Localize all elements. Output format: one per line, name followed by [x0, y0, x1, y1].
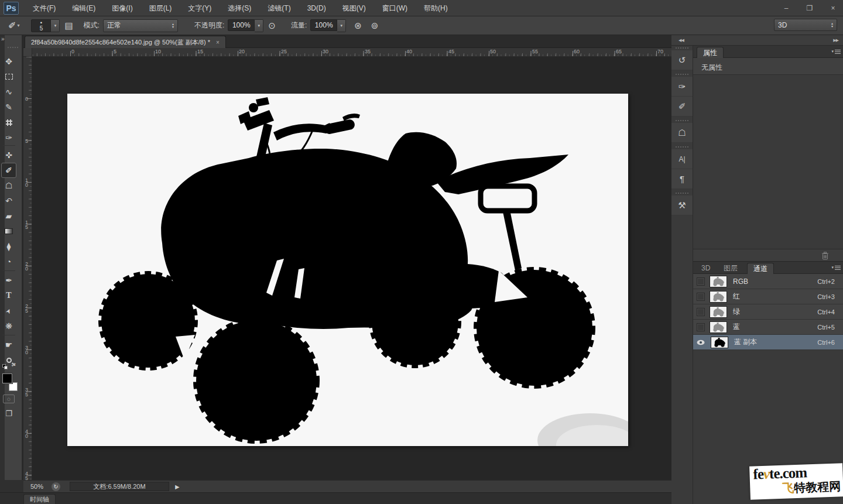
menu-select[interactable]: 选择(S)	[220, 0, 259, 16]
timeline-tab[interactable]: 时间轴	[23, 494, 56, 504]
menu-file[interactable]: 文件(F)	[25, 0, 64, 16]
flow-dropdown-button[interactable]: ▾	[337, 19, 346, 32]
clone-source-panel-button[interactable]: ☖	[671, 123, 693, 143]
expand-dock-icon[interactable]: ▶▶	[833, 38, 838, 43]
crop-tool[interactable]	[1, 115, 16, 130]
marquee-icon	[5, 74, 13, 80]
toolbar-collapse-button[interactable]: »	[1, 36, 9, 43]
screen-mode-button[interactable]: ❐	[3, 409, 15, 418]
menu-view[interactable]: 视图(V)	[334, 0, 374, 16]
right-dock: ◀◀ ▶▶ ↺ ✑ ✐ ☖ A| ¶ ⚒ 属性 ▾	[671, 35, 843, 504]
opacity-dropdown-button[interactable]: ▾	[255, 19, 263, 32]
background-color-swatch[interactable]	[9, 382, 18, 391]
toolbar-grip[interactable]	[8, 47, 18, 48]
tab-layers[interactable]: 图层	[718, 263, 743, 274]
visibility-eye-icon[interactable]	[695, 338, 706, 347]
status-bar: 50% ↻ 文档:6.59M/8.20M ▶	[23, 480, 671, 492]
channel-row-green[interactable]: 绿 Ctrl+4	[693, 304, 843, 320]
type-tool[interactable]: T	[1, 288, 16, 303]
pen-pressure-opacity-icon[interactable]: ⊙	[268, 20, 276, 31]
crop-icon	[6, 119, 12, 126]
brush-tool-preset-button[interactable]: ✐ ▾	[0, 20, 23, 31]
collapse-dock-icon[interactable]: ◀◀	[678, 38, 684, 43]
pen-tool[interactable]: ✒	[1, 273, 16, 288]
hand-tool[interactable]: ☛	[1, 337, 16, 352]
tab-properties[interactable]: 属性	[697, 47, 724, 58]
swap-colors-icon[interactable]: ⇄	[11, 362, 16, 368]
gradient-tool[interactable]	[1, 224, 16, 239]
menu-help[interactable]: 帮助(H)	[416, 0, 456, 16]
channel-row-rgb[interactable]: RGB Ctrl+2	[693, 274, 843, 289]
vertical-ruler[interactable]: 0 5 10 15 20 25 30 35 40 45	[23, 57, 32, 480]
sync-icon[interactable]: ↻	[52, 482, 60, 491]
toggle-brush-panel-button[interactable]: ▤	[64, 20, 73, 31]
path-selection-tool[interactable]: ➤	[1, 303, 16, 318]
channel-row-red[interactable]: 红 Ctrl+3	[693, 289, 843, 304]
minimize-button[interactable]: –	[781, 4, 791, 12]
menu-window[interactable]: 窗口(W)	[374, 0, 416, 16]
status-arrow-icon[interactable]: ▶	[175, 484, 180, 490]
visibility-checkbox[interactable]	[697, 293, 705, 301]
menu-3d[interactable]: 3D(D)	[299, 0, 334, 16]
custom-shape-tool[interactable]: ❋	[1, 318, 16, 334]
ruler-corner[interactable]	[23, 48, 32, 57]
character-panel-button[interactable]: A|	[671, 149, 693, 169]
channel-row-blue[interactable]: 蓝 Ctrl+5	[693, 320, 843, 335]
eraser-tool[interactable]: ▰	[1, 208, 16, 224]
paragraph-panel-button[interactable]: ¶	[671, 169, 693, 189]
trash-icon[interactable]	[821, 252, 829, 260]
menu-filter[interactable]: 滤镜(T)	[259, 0, 299, 16]
clone-stamp-tool[interactable]: ☖	[1, 178, 16, 193]
history-brush-tool[interactable]: ↶	[1, 193, 16, 208]
watermark-accent-char: 飞	[782, 481, 794, 495]
airbrush-icon[interactable]: ⊛	[354, 20, 362, 31]
menu-type[interactable]: 文字(Y)	[180, 0, 220, 16]
brush-presets-panel-button[interactable]: ✑	[671, 77, 693, 97]
close-tab-icon[interactable]: ×	[216, 39, 220, 46]
tab-channels[interactable]: 通道	[747, 263, 774, 274]
blend-mode-select[interactable]: 正常 ▴▾	[103, 19, 178, 32]
zoom-level-field[interactable]: 50%	[30, 483, 52, 490]
close-button[interactable]: ×	[828, 4, 838, 12]
channels-panel-menu-button[interactable]: ▾	[831, 265, 841, 270]
horizontal-ruler[interactable]: 0 5 10 15 20 25 30 35 40 45 50 55 60 65 …	[32, 48, 671, 57]
tool-presets-panel-button[interactable]: ⚒	[671, 196, 693, 215]
move-tool[interactable]: ✥	[1, 54, 16, 69]
visibility-checkbox[interactable]	[697, 323, 705, 331]
properties-panel-menu-button[interactable]: ▾	[831, 49, 841, 54]
channel-row-blue-copy[interactable]: 蓝 副本 Ctrl+6	[693, 335, 843, 350]
brush-size-dropdown-button[interactable]: ▾	[51, 19, 60, 32]
canvas[interactable]	[67, 94, 628, 446]
lasso-tool[interactable]: ∿	[1, 84, 16, 100]
eyedropper-tool[interactable]: ✑	[1, 130, 16, 145]
brush-size-widget[interactable]: • 5 ▾	[31, 19, 60, 32]
document-size-field[interactable]: 文档:6.59M/8.20M	[70, 482, 169, 491]
foreground-color-swatch[interactable]	[2, 373, 12, 383]
blur-tool[interactable]: ⧫	[1, 239, 16, 254]
properties-panel: 无属性	[693, 58, 843, 249]
pasteboard[interactable]	[32, 57, 671, 480]
spot-healing-brush-tool[interactable]: ✜	[1, 148, 16, 163]
visibility-checkbox[interactable]	[697, 308, 705, 316]
menu-edit[interactable]: 编辑(E)	[64, 0, 104, 16]
dock-header[interactable]: ◀◀ ▶▶	[671, 35, 843, 46]
dodge-tool[interactable]: ◔	[1, 254, 16, 269]
restore-button[interactable]: ❐	[804, 4, 815, 12]
channel-thumbnail	[710, 291, 727, 303]
menu-image[interactable]: 图像(I)	[104, 0, 140, 16]
rectangular-marquee-tool[interactable]	[1, 69, 16, 84]
flow-label: 流量:	[291, 20, 307, 30]
pen-pressure-size-icon[interactable]: ⊚	[371, 20, 379, 31]
brush-tool[interactable]: ✐	[1, 163, 16, 178]
brush-settings-panel-button[interactable]: ✐	[671, 97, 693, 116]
document-tab[interactable]: 2f84a50b9840d8fe2554c864e502e140.jpg @ 5…	[25, 36, 226, 48]
menu-layer[interactable]: 图层(L)	[141, 0, 180, 16]
quick-mask-button[interactable]: ◌	[3, 395, 15, 403]
quick-selection-tool[interactable]: ✎	[1, 100, 16, 115]
history-panel-button[interactable]: ↺	[671, 50, 693, 70]
flow-widget[interactable]: 100% ▾	[310, 19, 346, 32]
workspace-select[interactable]: 3D ▴▾	[774, 19, 837, 31]
opacity-widget[interactable]: 100% ▾	[228, 19, 263, 32]
tab-3d[interactable]: 3D	[695, 263, 716, 274]
visibility-checkbox[interactable]	[697, 277, 705, 286]
